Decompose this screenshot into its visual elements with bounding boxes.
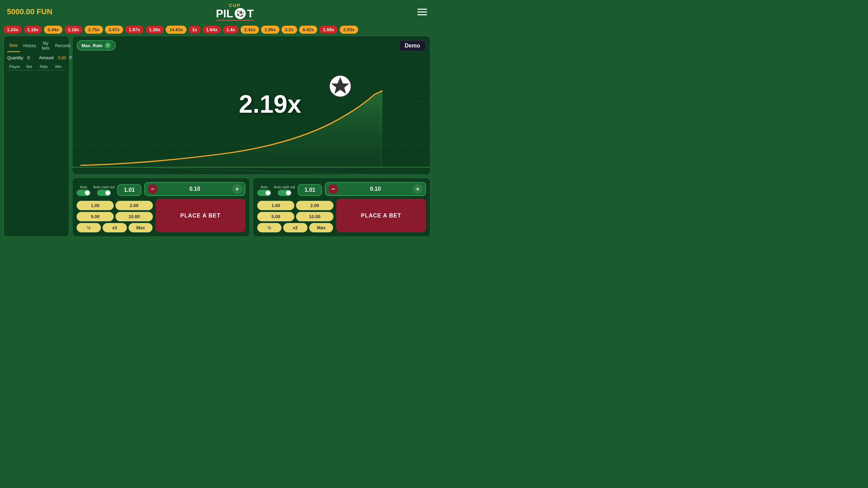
fraction-btn-2-½[interactable]: ½ xyxy=(257,223,281,232)
auto-toggle-track-1[interactable] xyxy=(77,190,90,196)
auto-toggle-2: Auto xyxy=(257,185,271,196)
multiplier-badge[interactable]: 1.64x xyxy=(203,26,221,34)
auto-cashout-track-1[interactable] xyxy=(97,190,111,196)
auto-cashout-toggle-2: Auto cash out xyxy=(274,185,295,196)
place-bet-btn-2[interactable]: PLACE A BET xyxy=(336,199,426,232)
fraction-btn-1-½[interactable]: ½ xyxy=(77,223,101,232)
auto-toggle-track-2[interactable] xyxy=(257,190,271,196)
increase-btn-2[interactable]: + xyxy=(413,184,423,194)
left-panel: BetsHistoryMy betsRecords Quantity: 0 Am… xyxy=(3,36,69,237)
quick-amount-btn-2[interactable]: 10.00 xyxy=(296,212,333,221)
question-icon[interactable]: ? xyxy=(105,42,111,49)
tab-history[interactable]: History xyxy=(21,40,38,52)
increase-btn-1[interactable]: + xyxy=(232,184,242,194)
tab-records[interactable]: Records xyxy=(53,40,73,52)
amount-value-2: 0.10 xyxy=(370,186,381,192)
menu-button[interactable] xyxy=(417,9,427,15)
auto-toggle-1: Auto xyxy=(77,185,90,196)
multiplier-badge[interactable]: 2.03x xyxy=(340,26,358,34)
quick-amount-btn-1[interactable]: 10.00 xyxy=(115,212,153,221)
place-bet-btn-1[interactable]: PLACE A BET xyxy=(156,199,246,232)
soccer-ball-icon xyxy=(329,75,351,97)
fraction-btn-1-max[interactable]: Max xyxy=(129,223,153,232)
multiplier-badge[interactable]: 1.18x xyxy=(64,26,83,34)
current-multiplier: 2.19x xyxy=(239,89,301,118)
multiplier-badge[interactable]: 1.95x xyxy=(261,26,279,34)
amount-label: Amount: xyxy=(39,55,54,60)
rate-input-2[interactable]: 1.01 xyxy=(298,184,322,196)
bet-panel-2: Auto Auto cash out 1.01 − 0. xyxy=(253,178,431,237)
rate-input-1[interactable]: 1.01 xyxy=(117,184,141,196)
auto-cashout-label-1: Auto cash out xyxy=(93,185,114,189)
logo-underline xyxy=(216,20,254,21)
auto-cashout-toggle-1: Auto cash out xyxy=(93,185,114,196)
multiplier-badge[interactable]: 14.83x xyxy=(166,26,186,34)
multiplier-history-row: 1.24x1.18x3.44x1.18x2.75x3.47x1.97x1.39x… xyxy=(0,24,434,36)
multiplier-badge[interactable]: 1.4x xyxy=(223,26,238,34)
amount-value: 0.00 xyxy=(58,55,66,60)
quantity-value: 0 xyxy=(27,55,30,60)
quick-amount-btn-2[interactable]: 2.00 xyxy=(296,201,333,210)
quick-amount-btn-2[interactable]: 5.00 xyxy=(257,212,294,221)
auto-toggle-thumb-1 xyxy=(85,190,90,195)
logo-ball-icon: ⚽ xyxy=(235,8,246,19)
svg-line-9 xyxy=(132,167,371,174)
bet-panels: Auto Auto cash out 1.01 − 0. xyxy=(72,178,431,237)
logo-pilot-text: PIL ⚽ T xyxy=(216,8,254,19)
header: 5000.00 FUN CUP PIL ⚽ T xyxy=(0,0,434,24)
multiplier-badge[interactable]: 3.2x xyxy=(281,26,297,34)
demo-badge[interactable]: Demo xyxy=(399,40,426,51)
auto-cashout-thumb-1 xyxy=(105,190,110,195)
multiplier-badge[interactable]: 1.97x xyxy=(125,26,144,34)
multiplier-badge[interactable]: 1.24x xyxy=(3,26,22,34)
tab-my-bets[interactable]: My bets xyxy=(40,40,52,52)
amount-control-1: − 0.10 + xyxy=(144,182,245,196)
tab-bets[interactable]: Bets xyxy=(7,40,20,52)
chart-container: Max. Rate ? Demo 2.19x xyxy=(72,36,431,175)
menu-line-3 xyxy=(417,14,427,15)
max-rate-badge: Max. Rate ? xyxy=(77,40,116,51)
auto-cashout-label-2: Auto cash out xyxy=(274,185,295,189)
fraction-btn-2-x2[interactable]: x2 xyxy=(283,223,307,232)
multiplier-badge[interactable]: 6.42x xyxy=(299,26,318,34)
multiplier-badge[interactable]: 3.44x xyxy=(44,26,62,34)
multiplier-badge[interactable]: 1x xyxy=(189,26,200,34)
balance-display: 5000.00 FUN xyxy=(7,7,52,16)
main-content: BetsHistoryMy betsRecords Quantity: 0 Am… xyxy=(0,36,434,237)
auto-label-1: Auto xyxy=(80,185,87,189)
col-header-rate: Rate xyxy=(36,65,51,69)
menu-line-1 xyxy=(417,9,427,10)
auto-cashout-thumb-2 xyxy=(286,190,291,195)
auto-toggle-thumb-2 xyxy=(266,190,270,195)
decrease-btn-2[interactable]: − xyxy=(328,184,338,194)
quick-amounts-1: 1.002.005.0010.00 xyxy=(77,201,153,221)
quick-amount-btn-1[interactable]: 2.00 xyxy=(115,201,153,210)
max-rate-label: Max. Rate xyxy=(81,43,103,48)
fraction-btn-1-x2[interactable]: x2 xyxy=(103,223,127,232)
multiplier-badge[interactable]: 2.41x xyxy=(241,26,259,34)
fraction-btn-2-max[interactable]: Max xyxy=(309,223,333,232)
logo: CUP PIL ⚽ T xyxy=(216,3,254,21)
quantity-label: Quantity: xyxy=(7,55,24,60)
multiplier-badge[interactable]: 3.47x xyxy=(105,26,123,34)
multiplier-badge[interactable]: 1.18x xyxy=(24,26,42,34)
amount-control-2: − 0.10 + xyxy=(325,182,426,196)
fraction-row-2: ½x2Max xyxy=(257,223,333,232)
stats-row: Quantity: 0 Amount: 0.00 FUN xyxy=(7,55,66,60)
auto-cashout-track-2[interactable] xyxy=(278,190,292,196)
multiplier-badge[interactable]: 2.75x xyxy=(85,26,103,34)
multiplier-badge[interactable]: 1.39x xyxy=(146,26,164,34)
decrease-btn-1[interactable]: − xyxy=(148,184,157,194)
quick-amount-btn-1[interactable]: 1.00 xyxy=(77,201,114,210)
tab-row: BetsHistoryMy betsRecords xyxy=(7,40,66,52)
quick-amount-btn-2[interactable]: 1.00 xyxy=(257,201,294,210)
col-header-player: Player xyxy=(7,65,22,69)
amount-value-1: 0.10 xyxy=(190,186,200,192)
table-header: PlayerBetRateWin xyxy=(7,63,66,70)
auto-label-2: Auto xyxy=(261,185,268,189)
quick-amounts-2: 1.002.005.0010.00 xyxy=(257,201,333,221)
quick-amount-btn-1[interactable]: 5.00 xyxy=(77,212,114,221)
col-header-win: Win xyxy=(51,65,66,69)
multiplier-badge[interactable]: 1.58x xyxy=(319,26,338,34)
game-area: Max. Rate ? Demo 2.19x xyxy=(72,36,431,237)
